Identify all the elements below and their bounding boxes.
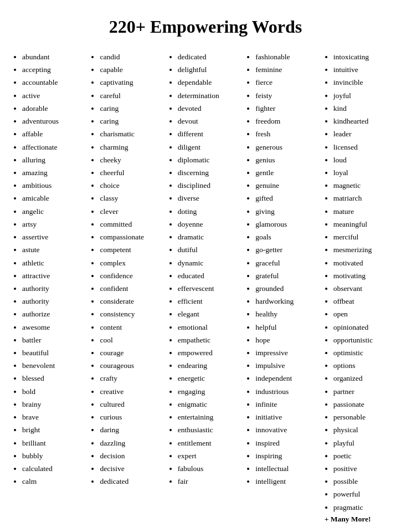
list-item: enigmatic [178,398,242,411]
word-list-2: candidcapablecaptivatingcarefulcaringcar… [91,50,164,488]
list-item: opportunistic [333,334,398,346]
list-item: entitlement [178,437,242,449]
list-item: glamorous [255,218,320,231]
list-item: engaging [178,385,242,398]
word-list-4: fashionablefemininefiercefeistyfighterfr… [246,50,320,488]
list-item: infinite [255,398,320,411]
list-item: licensed [333,141,398,154]
list-item: motivated [333,257,398,269]
list-item: dependable [178,76,242,89]
list-item: energetic [178,372,242,385]
list-item: confident [100,282,164,295]
list-item: grounded [255,282,320,295]
list-item: passionate [333,398,398,411]
list-item: fair [178,475,242,488]
list-item: fabulous [178,462,242,475]
list-item: awesome [22,321,86,334]
list-item: hope [255,334,320,346]
list-item: benevolent [22,359,86,372]
list-item: adventurous [22,115,86,127]
list-item: fashionable [255,50,320,63]
list-item: intelligent [255,475,320,488]
list-item: merciful [333,231,398,243]
list-item: doting [178,205,242,218]
list-item: enthusiastic [178,423,242,436]
list-item: fierce [255,76,320,89]
list-item: freedom [255,115,320,127]
list-item: entertaining [178,411,242,423]
list-item: attractive [22,269,86,282]
list-item: independent [255,372,320,385]
list-item: positive [333,462,398,475]
list-item: intellectual [255,462,320,475]
list-item: daring [100,423,164,436]
list-item: efficient [178,295,242,308]
list-item: candid [100,50,164,63]
list-item: feisty [255,89,320,102]
list-item: dedicated [100,475,164,488]
list-item: graceful [255,257,320,269]
list-item: authority [22,282,86,295]
list-item: playful [333,437,398,449]
columns-wrapper: abundantacceptingaccountableactiveadorab… [11,50,400,524]
column-1: abundantacceptingaccountableactiveadorab… [11,50,89,524]
list-item: determination [178,89,242,102]
list-item: brave [22,411,86,423]
list-item: doyenne [178,218,242,231]
list-item: genius [255,154,320,166]
list-item: endearing [178,359,242,372]
list-item: affable [22,127,86,140]
list-item: dedicated [178,50,242,63]
list-item: emotional [178,321,242,334]
list-item: alluring [22,154,86,166]
list-item: authority [22,295,86,308]
list-item: caring [100,102,164,115]
list-item: genuine [255,179,320,192]
list-item: offbeat [333,295,398,308]
list-item: astute [22,243,86,256]
list-item: motivating [333,269,398,282]
list-item: devoted [178,102,242,115]
column-4: fashionablefemininefiercefeistyfighterfr… [244,50,322,524]
list-item: open [333,308,398,320]
list-item: cool [100,334,164,346]
list-item: compassionate [100,231,164,243]
list-item: effervescent [178,282,242,295]
list-item: grateful [255,269,320,282]
list-item: amazing [22,166,86,179]
column-2: candidcapablecaptivatingcarefulcaringcar… [89,50,166,524]
list-item: accepting [22,63,86,76]
list-item: battler [22,334,86,346]
list-item: creative [100,385,164,398]
list-item: giving [255,205,320,218]
list-item: gentle [255,166,320,179]
list-item: industrious [255,385,320,398]
list-item: joyful [333,89,398,102]
list-item: decision [100,449,164,462]
list-item: classy [100,192,164,204]
list-item: impressive [255,346,320,359]
list-item: decisive [100,462,164,475]
list-item: inspiring [255,449,320,462]
list-item: curious [100,411,164,423]
list-item: goals [255,231,320,243]
list-item: hardworking [255,295,320,308]
list-item: capable [100,63,164,76]
list-item: bright [22,423,86,436]
list-item: possible [333,475,398,488]
list-item: caring [100,115,164,127]
list-item: competent [100,243,164,256]
list-item: elegant [178,308,242,320]
list-item: diplomatic [178,154,242,166]
list-item: ambitious [22,179,86,192]
column-5: intoxicatingintuitiveinvinciblejoyfulkin… [322,50,400,524]
list-item: affectionate [22,141,86,154]
list-item: angelic [22,205,86,218]
list-item: consistency [100,308,164,320]
list-item: beautiful [22,346,86,359]
list-item: organized [333,372,398,385]
list-item: healthy [255,308,320,320]
word-list-5: intoxicatingintuitiveinvinciblejoyfulkin… [325,50,398,514]
list-item: invincible [333,76,398,89]
list-item: mature [333,205,398,218]
